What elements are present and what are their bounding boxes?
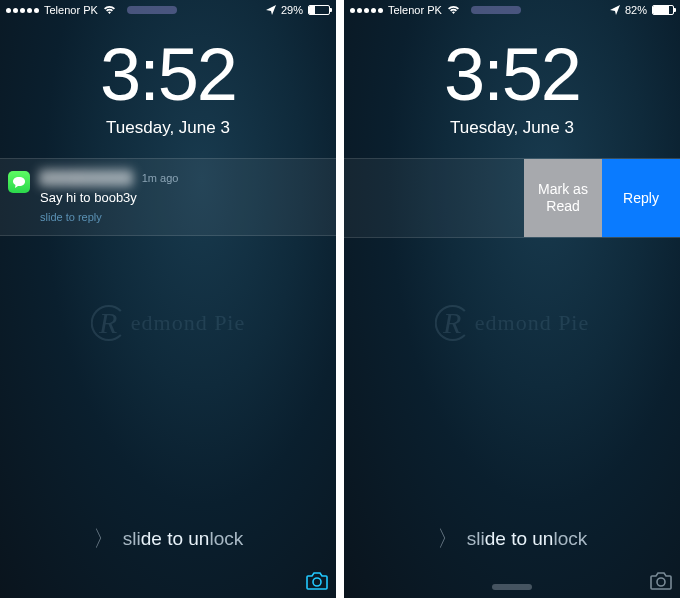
- notification-timestamp: 1m ago: [142, 172, 179, 184]
- notification-sender-blurred: ██████████: [40, 169, 132, 187]
- chevron-right-icon: 〉: [437, 524, 459, 554]
- wifi-icon: [447, 5, 460, 15]
- clock-date: Tuesday, June 3: [344, 118, 680, 138]
- clock-block: 3:52 Tuesday, June 3: [0, 38, 336, 138]
- notification-actions: Mark as Read Reply: [344, 158, 680, 238]
- reply-button[interactable]: Reply: [602, 159, 680, 237]
- clock-time: 3:52: [344, 38, 680, 112]
- notification-body: ██████████ 1m ago Say hi to boob3y slide…: [40, 169, 324, 225]
- notification-message: Say hi to boob3y: [40, 189, 324, 207]
- battery-percent-label: 29%: [281, 4, 303, 16]
- clock-block: 3:52 Tuesday, June 3: [344, 38, 680, 138]
- slide-to-unlock[interactable]: 〉 slide to unlock: [0, 524, 336, 554]
- wifi-icon: [103, 5, 116, 15]
- battery-percent-label: 82%: [625, 4, 647, 16]
- location-icon: [266, 5, 276, 15]
- watermark: Redmond Pie: [91, 305, 246, 341]
- mark-as-read-button[interactable]: Mark as Read: [524, 159, 602, 237]
- battery-fill: [653, 6, 669, 14]
- notification[interactable]: ██████████ 1m ago Say hi to boob3y slide…: [0, 158, 336, 236]
- slide-to-unlock[interactable]: 〉 slide to unlock: [344, 524, 680, 554]
- clock-time: 3:52: [0, 38, 336, 112]
- lockscreen-after-swipe: Telenor PK 82% 3:52 Tuesday, June 3 Mark…: [344, 0, 680, 598]
- camera-shortcut[interactable]: [648, 570, 674, 592]
- svg-point-0: [313, 578, 321, 586]
- grabber-handle[interactable]: [492, 584, 532, 590]
- carrier-label: Telenor PK: [44, 4, 98, 16]
- chevron-right-icon: 〉: [93, 524, 115, 554]
- camera-shortcut[interactable]: [304, 570, 330, 592]
- notification-hint: slide to reply: [40, 210, 324, 225]
- loading-indicator-icon: [127, 6, 177, 14]
- battery-icon: [308, 5, 330, 15]
- svg-point-1: [657, 578, 665, 586]
- clock-date: Tuesday, June 3: [0, 118, 336, 138]
- location-icon: [610, 5, 620, 15]
- lockscreen-before-swipe: Telenor PK 29% 3:52 Tuesday, June 3 ████…: [0, 0, 336, 598]
- battery-fill: [309, 6, 315, 14]
- signal-strength-icon: [350, 8, 383, 13]
- status-bar: Telenor PK 82%: [344, 0, 680, 20]
- signal-strength-icon: [6, 8, 39, 13]
- loading-indicator-icon: [471, 6, 521, 14]
- battery-icon: [652, 5, 674, 15]
- watermark: Redmond Pie: [435, 305, 590, 341]
- status-bar: Telenor PK 29%: [0, 0, 336, 20]
- messages-app-icon: [8, 171, 30, 193]
- carrier-label: Telenor PK: [388, 4, 442, 16]
